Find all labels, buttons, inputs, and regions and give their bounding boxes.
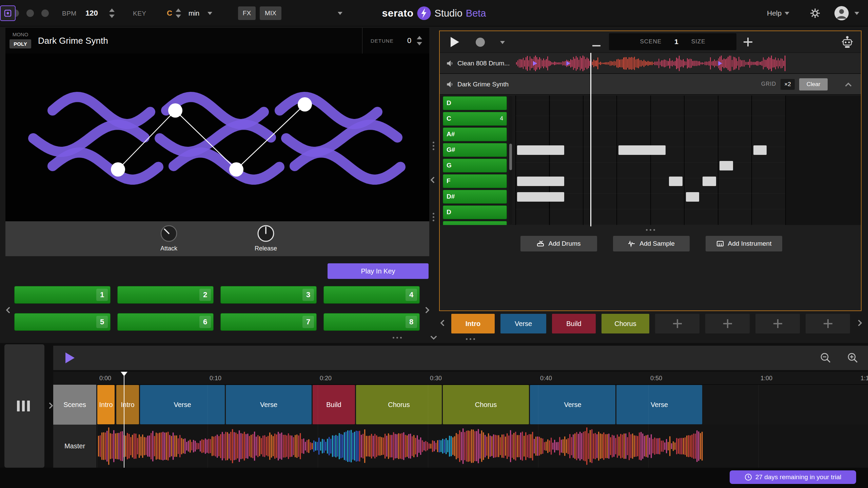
bpm-stepper[interactable]	[109, 8, 115, 18]
add-instrument-button[interactable]: Add Instrument	[706, 236, 782, 251]
panel-drag-handle[interactable]	[433, 142, 434, 150]
play-in-key-button[interactable]: Play In Key	[328, 263, 429, 279]
scene-tab-chorus[interactable]: Chorus	[601, 314, 649, 333]
piano-key-A#[interactable]: A#	[443, 127, 507, 141]
synth-pad-6[interactable]: 6	[117, 313, 214, 331]
time-ruler[interactable]: 0:000:100:200:300:400:501:001:10	[53, 372, 868, 385]
key-mode-select[interactable]: min	[189, 9, 199, 17]
mono-option[interactable]: MONO	[9, 30, 31, 38]
bpm-value[interactable]: 120	[85, 9, 98, 18]
scene-tab-build[interactable]: Build	[552, 314, 596, 333]
synth-panel-dots[interactable]	[393, 337, 402, 339]
add-scene-tab[interactable]	[806, 314, 850, 333]
side-panel-expand-chevron-icon[interactable]	[46, 402, 53, 409]
piano-key-C4[interactable]: C4	[443, 112, 507, 126]
timeline-block-verse[interactable]: Verse	[616, 385, 702, 424]
timeline-side-panel[interactable]	[4, 344, 44, 468]
piano-key-F[interactable]: F	[443, 174, 507, 188]
add-drums-button[interactable]: Add Drums	[520, 236, 597, 251]
timeline-block-verse[interactable]: Verse	[140, 385, 225, 424]
pads-next-chevron-icon[interactable]	[423, 307, 430, 313]
add-scene-tab[interactable]	[755, 314, 800, 333]
speaker-icon[interactable]	[446, 80, 454, 90]
ai-assistant-robot-icon[interactable]	[841, 35, 854, 50]
synth-pad-3[interactable]: 3	[220, 286, 317, 304]
pads-prev-chevron-icon[interactable]	[6, 307, 13, 313]
synth-pad-5[interactable]: 5	[14, 313, 111, 331]
midi-note[interactable]	[517, 145, 564, 155]
detune-value[interactable]: 0	[407, 36, 411, 45]
speaker-icon[interactable]	[446, 59, 454, 69]
synth-pad-7[interactable]: 7	[220, 313, 317, 331]
scene-play-button[interactable]	[451, 37, 459, 47]
piano-key-D#[interactable]: D#	[443, 190, 507, 204]
timeline-block-chorus[interactable]: Chorus	[443, 385, 529, 424]
synth-pad-4[interactable]: 4	[323, 286, 420, 304]
piano-key-G[interactable]: G	[443, 159, 507, 172]
clear-button[interactable]: Clear	[799, 78, 828, 90]
midi-note[interactable]	[686, 192, 699, 202]
scene-tabs-dots[interactable]	[466, 338, 475, 340]
timeline-block-chorus[interactable]: Chorus	[356, 385, 442, 424]
synth-panel-collapse-chevron-icon[interactable]	[430, 333, 437, 340]
panel-collapse-chevron-icon[interactable]	[430, 177, 437, 183]
midi-note[interactable]	[719, 161, 733, 170]
piano-key-D[interactable]: D	[443, 205, 507, 219]
piano-key-D[interactable]: D	[443, 96, 507, 110]
piano-scrollbar-thumb[interactable]	[509, 144, 512, 170]
synth-visualizer[interactable]	[5, 54, 429, 221]
release-knob[interactable]: Release	[245, 224, 286, 252]
add-scene-tab[interactable]	[655, 314, 699, 333]
key-mode-caret-icon[interactable]	[208, 12, 212, 15]
zoom-in-icon[interactable]	[846, 351, 860, 366]
record-options-caret-icon[interactable]	[500, 41, 505, 44]
timeline-block-verse[interactable]: Verse	[226, 385, 312, 424]
attack-knob[interactable]: Attack	[149, 224, 189, 252]
add-scene-tab[interactable]	[705, 314, 750, 333]
synth-pad-2[interactable]: 2	[117, 286, 214, 304]
trial-badge[interactable]: 27 days remaining in your trial	[730, 470, 856, 484]
piano-resize-dots[interactable]	[646, 229, 655, 231]
key-stepper[interactable]	[176, 8, 181, 18]
add-sample-button[interactable]: Add Sample	[613, 236, 690, 251]
tool-caret-icon[interactable]	[338, 12, 342, 15]
piano-scrollbar[interactable]	[509, 96, 512, 224]
scene-tab-intro[interactable]: Intro	[451, 314, 495, 333]
timeline-play-button[interactable]	[65, 352, 75, 363]
zoom-out-icon[interactable]	[819, 351, 832, 366]
poly-option[interactable]: POLY	[9, 39, 31, 48]
key-value[interactable]: C	[167, 9, 172, 18]
modulation-node[interactable]	[111, 162, 125, 177]
window-dot[interactable]	[26, 9, 34, 17]
track-row-synth[interactable]: Dark Grime Synth GRID ×2 Clear	[440, 74, 861, 95]
fx-button[interactable]: FX	[238, 6, 256, 20]
piano-key-G#[interactable]: G#	[443, 143, 507, 157]
panel-drag-handle[interactable]	[433, 213, 434, 221]
midi-note[interactable]	[703, 177, 716, 186]
scene-size-minus-button[interactable]	[592, 42, 600, 48]
scene-tab-verse[interactable]: Verse	[500, 314, 546, 333]
modulation-node[interactable]	[168, 103, 182, 118]
timeline-block-build[interactable]: Build	[313, 385, 355, 424]
grid-multiplier[interactable]: ×2	[781, 79, 795, 90]
track-collapse-chevron-icon[interactable]	[845, 82, 852, 89]
synth-pad-1[interactable]: 1	[14, 286, 111, 304]
midi-note[interactable]	[517, 192, 564, 202]
window-dot[interactable]	[41, 9, 49, 17]
midi-note[interactable]	[669, 177, 683, 186]
account-caret-icon[interactable]	[854, 12, 859, 15]
modulation-node[interactable]	[229, 162, 243, 177]
piano-key-C3[interactable]: C3	[443, 221, 507, 225]
scene-size-plus-button[interactable]	[744, 38, 752, 48]
midi-note[interactable]	[517, 177, 564, 186]
track-row-drums[interactable]: Clean 808 Drum...	[440, 53, 861, 74]
timeline-block-intro[interactable]: Intro	[97, 385, 115, 424]
modulation-node[interactable]	[298, 97, 312, 111]
settings-gear-icon[interactable]	[810, 8, 821, 20]
help-menu[interactable]: Help	[767, 0, 789, 26]
detune-stepper[interactable]	[417, 36, 422, 46]
mix-button[interactable]: MIX	[260, 6, 281, 20]
plugin-tool-button[interactable]	[0, 5, 16, 21]
mono-poly-toggle[interactable]: MONO POLY	[9, 30, 31, 48]
midi-note[interactable]	[753, 145, 767, 155]
